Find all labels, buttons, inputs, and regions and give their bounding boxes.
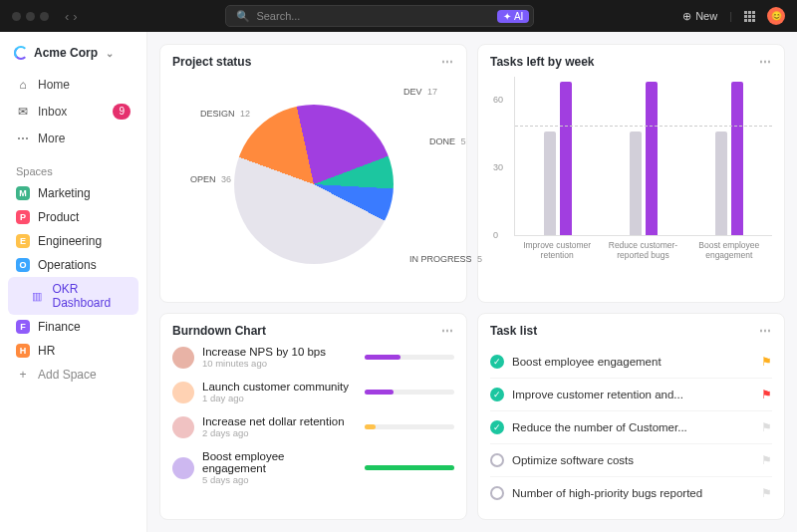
flag-icon[interactable]: ⚑: [761, 420, 772, 434]
space-letter-icon: P: [16, 210, 30, 224]
avatar[interactable]: 😊: [767, 7, 785, 25]
maximize-dot[interactable]: [40, 12, 49, 21]
sidebar-item-label: Engineering: [38, 234, 102, 248]
card-title: Tasks left by week: [490, 55, 595, 69]
status-open-icon[interactable]: [490, 453, 504, 467]
burn-title: Launch customer community: [202, 381, 349, 393]
sidebar-item-home[interactable]: ⌂Home: [8, 72, 138, 98]
burn-time: 2 days ago: [202, 427, 349, 438]
pie-label: DEV 17: [403, 87, 437, 97]
sidebar-item-okr-dashboard[interactable]: ▥OKR Dashboard: [8, 277, 138, 315]
sidebar-space-finance[interactable]: FFinance: [8, 315, 138, 339]
new-button[interactable]: ⊕ New: [682, 10, 717, 23]
sidebar-space-hr[interactable]: HHR: [8, 339, 138, 363]
flag-icon[interactable]: ⚑: [761, 355, 772, 369]
burn-title: Increase net dollar retention: [202, 415, 349, 427]
burndown-item[interactable]: Boost employee engagement5 days ago: [172, 450, 454, 485]
burn-time: 1 day ago: [202, 393, 349, 403]
apps-grid-icon[interactable]: [744, 11, 755, 22]
task-row[interactable]: Optimize software costs⚑: [490, 444, 772, 477]
sidebar-item-label: More: [38, 132, 65, 145]
card-more-icon[interactable]: ⋯: [441, 55, 454, 69]
minimize-dot[interactable]: [26, 12, 35, 21]
sidebar-item-more[interactable]: ⋯More: [8, 126, 138, 151]
status-done-icon[interactable]: ✓: [490, 388, 504, 401]
bar: [544, 132, 556, 235]
card-title: Task list: [490, 324, 537, 338]
back-icon[interactable]: ‹: [65, 9, 69, 24]
sidebar-space-product[interactable]: PProduct: [8, 205, 138, 229]
task-row[interactable]: Number of high-priority bugs reported⚑: [490, 477, 772, 509]
forward-icon[interactable]: ›: [73, 9, 77, 24]
window-controls: [12, 12, 49, 21]
burn-title: Increase NPS by 10 bps: [202, 346, 349, 358]
burndown-card: Burndown Chart⋯ Increase NPS by 10 bps10…: [159, 313, 467, 520]
sidebar-item-label: HR: [38, 344, 55, 358]
sidebar-item-label: Product: [38, 210, 79, 224]
space-letter-icon: F: [16, 320, 30, 334]
task-row[interactable]: ✓Improve customer retention and...⚑: [490, 379, 772, 411]
bar-chart: 03060: [514, 77, 772, 236]
y-tick-label: 0: [493, 230, 498, 240]
chevron-down-icon: ⌄: [106, 48, 114, 59]
task-row[interactable]: ✓Reduce the number of Customer...⚑: [490, 411, 772, 444]
sidebar-space-engineering[interactable]: EEngineering: [8, 229, 138, 253]
burndown-item[interactable]: Increase net dollar retention2 days ago: [172, 415, 454, 438]
task-row[interactable]: ✓Boost employee engagement⚑: [490, 346, 772, 379]
flag-icon[interactable]: ⚑: [761, 453, 772, 467]
task-title: Boost employee engagement: [512, 356, 753, 368]
ai-chip[interactable]: ✦ AI: [497, 10, 529, 23]
card-more-icon[interactable]: ⋯: [441, 324, 454, 338]
avatar: [172, 382, 194, 403]
bar: [731, 82, 743, 235]
sidebar-item-label: Operations: [38, 258, 97, 272]
pie-label: IN PROGRESS 5: [409, 254, 482, 264]
space-letter-icon: H: [16, 344, 30, 358]
top-actions: ⊕ New | 😊: [682, 7, 785, 25]
space-letter-icon: O: [16, 258, 30, 272]
card-more-icon[interactable]: ⋯: [759, 324, 772, 338]
task-list-card: Task list⋯ ✓Boost employee engagement⚑✓I…: [477, 313, 785, 520]
main-content: Project status⋯ DESIGN 12DEV 17DONE 5IN …: [147, 32, 797, 532]
more-icon: ⋯: [16, 132, 30, 145]
spaces-section-label: Spaces: [8, 157, 138, 181]
x-tick-label: Boost employee engagement: [694, 240, 764, 260]
search-input[interactable]: 🔍 Search... ✦ AI: [225, 5, 534, 27]
y-tick-label: 60: [493, 95, 503, 105]
workspace-name: Acme Corp: [34, 46, 98, 60]
add-space-button[interactable]: +Add Space: [8, 363, 138, 387]
bar-group: [715, 77, 743, 235]
flag-icon[interactable]: ⚑: [761, 486, 772, 500]
search-placeholder: Search...: [256, 10, 300, 22]
avatar: [172, 347, 194, 369]
ai-label: AI: [514, 11, 523, 22]
burn-time: 5 days ago: [202, 474, 349, 485]
status-done-icon[interactable]: ✓: [490, 420, 504, 434]
dashboard-icon: ▥: [32, 290, 44, 303]
progress-bar: [365, 465, 454, 470]
close-dot[interactable]: [12, 12, 21, 21]
project-status-card: Project status⋯ DESIGN 12DEV 17DONE 5IN …: [159, 44, 467, 303]
task-title: Reduce the number of Customer...: [512, 421, 753, 433]
space-letter-icon: E: [16, 234, 30, 248]
burndown-item[interactable]: Increase NPS by 10 bps10 minutes ago: [172, 346, 454, 369]
x-tick-label: Improve customer retention: [522, 240, 592, 260]
bar-x-labels: Improve customer retentionReduce custome…: [514, 240, 772, 260]
bar: [560, 82, 572, 235]
burn-title: Boost employee engagement: [202, 450, 349, 474]
status-open-icon[interactable]: [490, 486, 504, 500]
sidebar-space-marketing[interactable]: MMarketing: [8, 181, 138, 205]
card-more-icon[interactable]: ⋯: [759, 55, 772, 69]
flag-icon[interactable]: ⚑: [761, 388, 772, 401]
sidebar-item-label: Marketing: [38, 186, 91, 200]
workspace-switcher[interactable]: Acme Corp ⌄: [8, 40, 138, 66]
bar-group: [630, 77, 658, 235]
threshold-line: [515, 126, 772, 127]
progress-bar: [365, 390, 454, 395]
burndown-item[interactable]: Launch customer community1 day ago: [172, 381, 454, 403]
plus-icon: +: [16, 368, 30, 382]
sidebar-item-inbox[interactable]: ✉Inbox9: [8, 98, 138, 126]
sidebar-space-operations[interactable]: OOperations: [8, 253, 138, 277]
status-done-icon[interactable]: ✓: [490, 355, 504, 369]
progress-bar: [365, 355, 454, 360]
